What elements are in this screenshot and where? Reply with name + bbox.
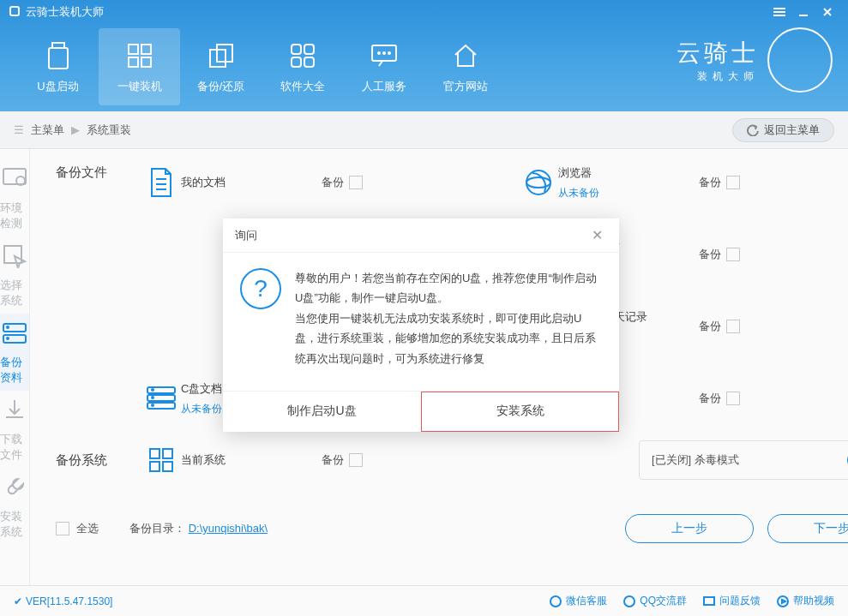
dialog-install-button[interactable]: 安装系统 [421,392,619,432]
dialog-title: 询问 [235,228,257,243]
dialog-make-usb-button[interactable]: 制作启动U盘 [223,392,421,432]
dialog-close-button[interactable]: ✕ [586,225,607,246]
confirm-dialog: 询问 ✕ ? 尊敬的用户！若您当前存在空闲的U盘，推荐您使用“制作启动U盘”功能… [223,218,619,432]
dialog-message: 尊敬的用户！若您当前存在空闲的U盘，推荐您使用“制作启动U盘”功能，制作一键启动… [295,268,602,368]
question-icon: ? [240,268,281,309]
